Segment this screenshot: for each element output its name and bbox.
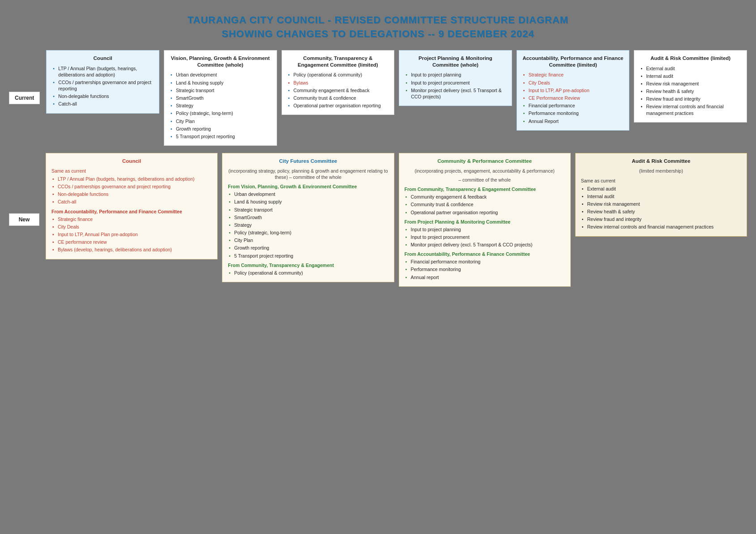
list-item: 5 Transport project reporting: [228, 253, 388, 259]
ppmc-current-header: Project Planning & Monitoring Committee …: [405, 55, 506, 68]
list-item: Financial performance: [522, 102, 624, 109]
list-item: Review risk management: [581, 201, 741, 207]
city-futures-from2-list: Policy (operational & community): [228, 270, 388, 276]
list-item: Input to project procurement: [405, 234, 565, 240]
list-item: Review fraud and integrity: [581, 216, 741, 222]
list-item: City Plan: [170, 118, 271, 124]
new-cards-row: Council Same as current LTP / Annual Pla…: [46, 153, 747, 287]
list-item: Financial performance monitoring: [405, 259, 565, 265]
arc-current-card: Audit & Risk Committee (limited) Externa…: [634, 50, 747, 123]
list-item: SmartGrowth: [170, 95, 271, 101]
new-row: New Council Same as current LTP / Annual…: [9, 153, 747, 287]
arc-new-header: Audit & Risk Committee: [581, 158, 741, 165]
arc-new-card: Audit & Risk Committee (limited membersh…: [575, 153, 747, 237]
list-item: City Deals: [522, 80, 624, 86]
list-item: Review health & safety: [640, 88, 741, 94]
council-current-card: Council LTP / Annual Plan (budgets, hear…: [46, 50, 159, 114]
cp-from1-label: From Community, Transparency & Engagemen…: [405, 186, 565, 192]
community-performance-card: Community & Performance Committee (incor…: [399, 153, 571, 287]
list-item: External audit: [581, 186, 741, 192]
list-item: Annual Report: [522, 118, 624, 124]
list-item: Policy (operational & community): [287, 72, 389, 78]
list-item: CE Performance Review: [522, 95, 624, 101]
list-item: SmartGrowth: [228, 214, 388, 220]
list-item: Community engagement & feedback: [405, 194, 565, 200]
list-item: Growth reporting: [228, 245, 388, 251]
list-item: Operational partner organisation reporti…: [405, 209, 565, 216]
list-item: Review fraud and integrity: [640, 96, 741, 102]
list-item: Growth reporting: [170, 126, 271, 132]
city-futures-from2-label: From Community, Transparency & Engagemen…: [228, 263, 388, 268]
ctee-current-header: Community, Transparency & Engagement Com…: [287, 55, 389, 68]
list-item: Land & housing supply: [228, 199, 388, 205]
apfc-current-card: Accountability, Performance and Finance …: [517, 50, 630, 131]
cp-from2-label: From Project Planning & Monitoring Commi…: [405, 219, 565, 225]
cp-from3-list: Financial performance monitoring Perform…: [405, 259, 565, 280]
list-item: Catch-all: [52, 101, 154, 107]
list-item: Community engagement & feedback: [287, 87, 389, 93]
list-item: LTP / Annual Plan (budgets, hearings, de…: [52, 65, 154, 78]
apfc-current-header: Accountability, Performance and Finance …: [522, 55, 624, 68]
list-item: Review internal controls and financial m…: [640, 103, 741, 116]
city-futures-from1-list: Urban development Land & housing supply …: [228, 191, 388, 259]
list-item: Catch-all: [51, 199, 212, 205]
city-futures-from1-label: From Vision, Planning, Growth & Environm…: [228, 184, 388, 189]
new-label: New: [9, 213, 39, 226]
list-item: Community trust & confidence: [287, 95, 389, 101]
list-item: City Deals: [51, 224, 212, 230]
list-item: Review risk management: [640, 81, 741, 87]
list-item: Urban development: [170, 72, 271, 78]
title-line1: TAURANGA CITY COUNCIL - REVISED COMMITTE…: [9, 13, 747, 27]
council-new-list: LTP / Annual Plan (budgets, hearings, de…: [51, 176, 212, 205]
list-item: Bylaws: [287, 80, 389, 86]
arc-new-subheader: (limited membership): [581, 168, 741, 174]
council-from-apfc-label: From Accountability, Performance and Fin…: [51, 209, 212, 214]
list-item: Input to LTP, AP pre-adoption: [522, 87, 624, 93]
community-performance-subheader2: – committee of the whole: [405, 177, 565, 183]
list-item: Strategic finance: [51, 216, 212, 222]
city-futures-subheader: (incorporating strategy, policy, plannin…: [228, 168, 388, 180]
list-item: Community trust & confidence: [405, 201, 565, 208]
community-performance-header: Community & Performance Committee: [405, 158, 565, 165]
cp-from3-label: From Accountability, Performance & Finan…: [405, 251, 565, 257]
council-new-header: Council: [51, 158, 212, 165]
vpge-current-header: Vision, Planning, Growth & Environment C…: [170, 55, 271, 68]
list-item: Performance monitoring: [522, 110, 624, 116]
list-item: Internal audit: [640, 73, 741, 79]
list-item: Review health & safety: [581, 208, 741, 215]
list-item: Input to project procurement: [405, 80, 506, 86]
arc-same-as-current: Same as current: [581, 178, 741, 183]
list-item: CE performance review: [51, 239, 212, 245]
list-item: Performance monitoring: [405, 266, 565, 272]
list-item: Bylaws (develop, hearings, deliberations…: [51, 246, 212, 253]
title-line2: SHOWING CHANGES TO DELEGATIONS -- 9 DECE…: [9, 27, 747, 41]
list-item: Policy (strategic, long-term): [170, 110, 271, 116]
council-current-header: Council: [52, 55, 154, 62]
list-item: Annual report: [405, 274, 565, 280]
list-item: LTP / Annual Plan (budgets, hearings, de…: [51, 176, 212, 182]
list-item: Strategy: [228, 222, 388, 228]
list-item: Input to project planning: [405, 72, 506, 78]
list-item: Strategic transport: [228, 207, 388, 213]
list-item: Review internal controls and financial m…: [581, 224, 741, 230]
list-item: Monitor project delivery (excl. 5 Transp…: [405, 242, 565, 248]
council-same-as-current: Same as current: [51, 168, 212, 174]
list-item: Strategic finance: [522, 72, 624, 78]
list-item: Non-delegable functions: [52, 93, 154, 99]
apfc-current-list: Strategic finance City Deals Input to LT…: [522, 72, 624, 124]
list-item: Non-delegable functions: [51, 191, 212, 197]
council-current-list: LTP / Annual Plan (budgets, hearings, de…: [52, 65, 154, 107]
arc-current-header: Audit & Risk Committee (limited): [640, 55, 741, 62]
ppmc-current-card: Project Planning & Monitoring Committee …: [399, 50, 512, 106]
current-cards-row: Council LTP / Annual Plan (budgets, hear…: [46, 50, 747, 146]
list-item: CCOs / partnerships governance and proje…: [52, 79, 154, 92]
list-item: Input to project planning: [405, 226, 565, 233]
cp-from1-list: Community engagement & feedback Communit…: [405, 194, 565, 216]
main-container: Current Council LTP / Annual Plan (budge…: [9, 50, 747, 287]
page-title: TAURANGA CITY COUNCIL - REVISED COMMITTE…: [9, 13, 747, 41]
city-futures-card: City Futures Committee (incorporating st…: [222, 153, 394, 282]
council-from-apfc-list: Strategic finance City Deals Input to LT…: [51, 216, 212, 253]
community-performance-subheader: (incorporating projects, engagement, acc…: [405, 168, 565, 174]
list-item: Strategy: [170, 102, 271, 109]
current-label: Current: [9, 92, 40, 104]
